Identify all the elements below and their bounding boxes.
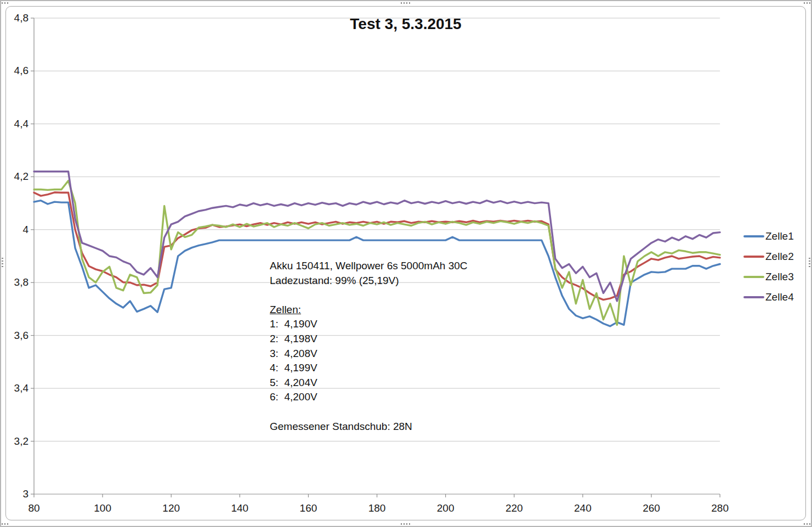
resize-handle-top-right[interactable]	[804, 2, 810, 4]
resize-handle-left[interactable]	[2, 258, 3, 269]
resize-handle-top[interactable]	[401, 2, 412, 4]
chart-window: Test 3, 5.3.2015 4,84,64,44,243,83,63,43…	[0, 0, 812, 527]
resize-handle-bottom-left[interactable]	[2, 523, 8, 525]
chart-area-border	[5, 6, 806, 520]
resize-handle-right[interactable]	[809, 258, 810, 269]
resize-handle-bottom-right[interactable]	[804, 523, 810, 525]
resize-handle-bottom[interactable]	[401, 523, 412, 525]
resize-handle-top-left[interactable]	[2, 2, 8, 4]
